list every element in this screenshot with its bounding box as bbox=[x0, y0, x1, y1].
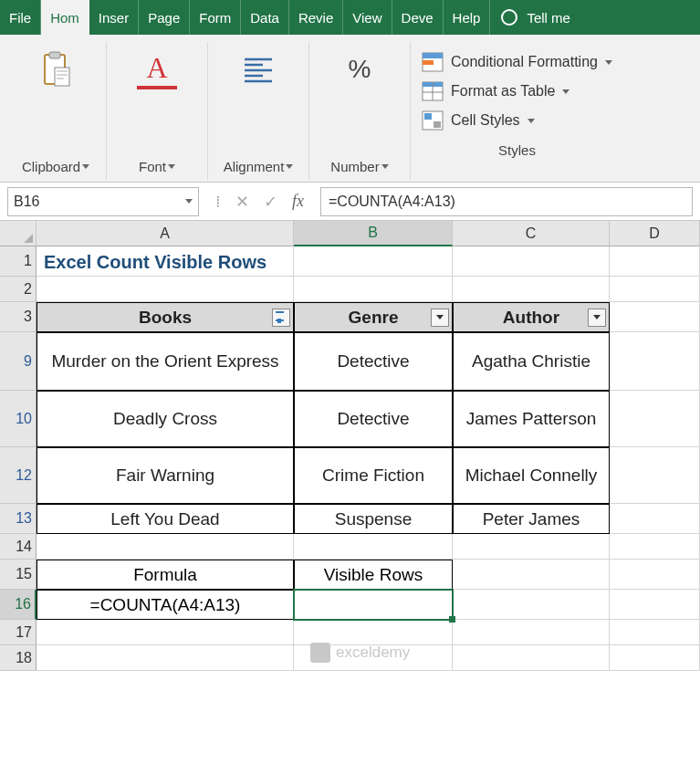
chevron-down-icon bbox=[562, 89, 569, 94]
watermark: exceldemy bbox=[310, 643, 410, 663]
filter-button-author[interactable] bbox=[588, 309, 606, 327]
tab-file[interactable]: File bbox=[0, 0, 41, 35]
row-header-16[interactable]: 16 bbox=[0, 590, 37, 620]
row-header-9[interactable]: 9 bbox=[0, 332, 37, 391]
svg-rect-1 bbox=[49, 52, 60, 58]
cell-a12[interactable]: Fair Warning bbox=[37, 447, 294, 504]
cell-b10[interactable]: Detective bbox=[294, 391, 453, 447]
number-label: Number bbox=[330, 159, 379, 174]
tab-formulas[interactable]: Form bbox=[190, 0, 241, 35]
alignment-button[interactable] bbox=[217, 42, 299, 89]
header-books[interactable]: Books bbox=[37, 302, 294, 332]
chevron-down-icon bbox=[168, 164, 175, 169]
chevron-down-icon[interactable] bbox=[185, 199, 193, 204]
tab-review[interactable]: Revie bbox=[289, 0, 343, 35]
cell-c10[interactable]: James Patterson bbox=[453, 391, 610, 447]
filter-button-genre[interactable] bbox=[431, 309, 449, 327]
svg-rect-9 bbox=[424, 113, 432, 120]
column-headers: A B C D bbox=[37, 221, 700, 246]
cell-b9[interactable]: Detective bbox=[294, 332, 453, 391]
header-books-label: Books bbox=[139, 308, 192, 328]
percent-icon: % bbox=[340, 49, 380, 89]
number-button[interactable]: % bbox=[319, 42, 401, 89]
header-genre-label: Genre bbox=[349, 308, 399, 328]
tab-view[interactable]: View bbox=[343, 0, 392, 35]
cell-b15[interactable]: Visible Rows bbox=[294, 560, 453, 590]
row-header-15[interactable]: 15 bbox=[0, 560, 37, 590]
cell-b13[interactable]: Suspense bbox=[294, 504, 453, 534]
chevron-down-icon bbox=[436, 315, 444, 319]
tab-developer[interactable]: Deve bbox=[392, 0, 444, 35]
select-all-corner[interactable] bbox=[0, 221, 37, 246]
row-header-3[interactable]: 3 bbox=[0, 302, 37, 332]
row-header-2[interactable]: 2 bbox=[0, 277, 37, 302]
group-alignment: Alignment bbox=[208, 42, 309, 180]
font-icon: A bbox=[137, 49, 177, 89]
cell-a9[interactable]: Murder on the Orient Express bbox=[37, 332, 294, 391]
col-header-d[interactable]: D bbox=[610, 221, 700, 246]
row-header-12[interactable]: 12 bbox=[0, 447, 37, 504]
row-header-17[interactable]: 17 bbox=[0, 620, 37, 645]
header-genre[interactable]: Genre bbox=[294, 302, 453, 332]
row-header-1[interactable]: 1 bbox=[0, 246, 37, 277]
fx-icon[interactable]: fx bbox=[292, 192, 304, 211]
confirm-formula-icon[interactable]: ✓ bbox=[264, 192, 277, 212]
format-as-table-button[interactable]: Format as Table bbox=[422, 77, 569, 106]
conditional-formatting-icon bbox=[422, 52, 444, 72]
row-header-13[interactable]: 13 bbox=[0, 504, 37, 534]
clipboard-button[interactable] bbox=[15, 42, 97, 89]
cell-styles-label: Cell Styles bbox=[451, 112, 520, 129]
tab-help[interactable]: Help bbox=[444, 0, 491, 35]
watermark-text: exceldemy bbox=[336, 644, 410, 662]
row-header-14[interactable]: 14 bbox=[0, 534, 37, 560]
chevron-down-icon bbox=[82, 164, 89, 169]
cell-styles-button[interactable]: Cell Styles bbox=[422, 106, 535, 135]
svg-rect-5 bbox=[423, 60, 434, 65]
header-author[interactable]: Author bbox=[453, 302, 610, 332]
formula-input[interactable]: =COUNTA(A4:A13) bbox=[320, 187, 693, 216]
watermark-icon bbox=[310, 643, 330, 663]
ribbon-body: Clipboard A Font Alignment % Number Cond… bbox=[0, 35, 700, 183]
filter-button-books[interactable] bbox=[272, 309, 290, 327]
group-clipboard: Clipboard bbox=[5, 42, 107, 180]
group-font: A Font bbox=[107, 42, 208, 180]
cell-a16[interactable]: =COUNTA(A4:A13) bbox=[37, 590, 294, 620]
chevron-down-icon bbox=[605, 60, 612, 65]
cell-a10[interactable]: Deadly Cross bbox=[37, 391, 294, 447]
conditional-formatting-button[interactable]: Conditional Formatting bbox=[422, 47, 612, 77]
chevron-down-icon bbox=[381, 164, 389, 169]
svg-rect-10 bbox=[434, 121, 441, 128]
chevron-down-icon bbox=[593, 315, 601, 319]
cell-c13[interactable]: Peter James bbox=[453, 504, 610, 534]
tell-me-search[interactable]: Tell me bbox=[490, 0, 578, 35]
col-header-a[interactable]: A bbox=[37, 221, 294, 246]
row-header-10[interactable]: 10 bbox=[0, 391, 37, 447]
col-header-c[interactable]: C bbox=[453, 221, 610, 246]
tab-insert[interactable]: Inser bbox=[89, 0, 139, 35]
group-styles: Conditional Formatting Format as Table C… bbox=[411, 42, 623, 180]
tab-data[interactable]: Data bbox=[241, 0, 289, 35]
cell-a15[interactable]: Formula bbox=[37, 560, 294, 590]
clipboard-icon bbox=[36, 49, 76, 89]
row-header-18[interactable]: 18 bbox=[0, 645, 37, 671]
sheet-title: Excel Count Visible Rows bbox=[37, 246, 274, 278]
cell-c9[interactable]: Agatha Christie bbox=[453, 332, 610, 391]
font-label: Font bbox=[139, 159, 166, 174]
ribbon-tabs: File Hom Inser Page Form Data Revie View… bbox=[0, 0, 700, 35]
cancel-formula-icon[interactable]: ✕ bbox=[235, 192, 249, 212]
cell-c12[interactable]: Michael Connelly bbox=[453, 447, 610, 504]
header-author-label: Author bbox=[503, 308, 559, 328]
cell-grid[interactable]: Excel Count Visible Rows Books Genre Aut… bbox=[37, 246, 700, 763]
chevron-down-icon bbox=[528, 119, 535, 123]
tab-page[interactable]: Page bbox=[139, 0, 190, 35]
font-button[interactable]: A bbox=[116, 42, 198, 89]
tab-home[interactable]: Hom bbox=[41, 0, 89, 35]
alignment-icon bbox=[238, 49, 278, 89]
name-box[interactable]: B16 bbox=[7, 187, 199, 216]
styles-label: Styles bbox=[498, 142, 536, 158]
cell-a13[interactable]: Left You Dead bbox=[37, 504, 294, 534]
cell-b12[interactable]: Crime Fiction bbox=[294, 447, 453, 504]
conditional-formatting-label: Conditional Formatting bbox=[451, 54, 598, 70]
col-header-b[interactable]: B bbox=[294, 221, 453, 246]
tell-me-label: Tell me bbox=[527, 10, 570, 26]
